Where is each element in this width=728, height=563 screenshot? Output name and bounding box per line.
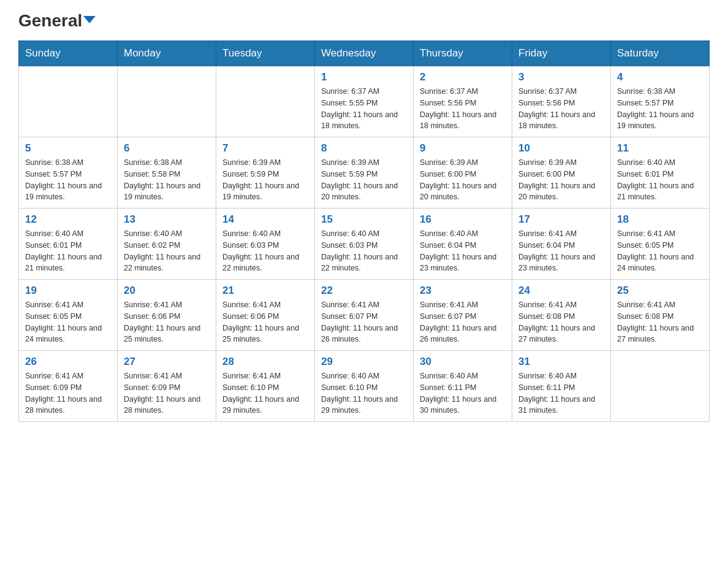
day-info: Sunrise: 6:39 AM Sunset: 6:00 PM Dayligh… xyxy=(518,157,604,203)
day-number: 4 xyxy=(617,71,703,83)
day-number: 8 xyxy=(321,142,407,155)
column-header-tuesday: Tuesday xyxy=(216,41,315,66)
day-info: Sunrise: 6:40 AM Sunset: 6:11 PM Dayligh… xyxy=(420,370,506,416)
calendar-cell: 3 Sunrise: 6:37 AM Sunset: 5:56 PM Dayli… xyxy=(512,66,611,137)
calendar-table: SundayMondayTuesdayWednesdayThursdayFrid… xyxy=(18,40,710,422)
calendar-cell: 21 Sunrise: 6:41 AM Sunset: 6:06 PM Dayl… xyxy=(216,280,315,351)
week-row-5: 26 Sunrise: 6:41 AM Sunset: 6:09 PM Dayl… xyxy=(19,351,710,422)
calendar-cell: 15 Sunrise: 6:40 AM Sunset: 6:03 PM Dayl… xyxy=(315,209,414,280)
day-info: Sunrise: 6:38 AM Sunset: 5:57 PM Dayligh… xyxy=(617,86,703,132)
day-number: 17 xyxy=(518,213,604,226)
calendar-cell: 22 Sunrise: 6:41 AM Sunset: 6:07 PM Dayl… xyxy=(315,280,414,351)
day-info: Sunrise: 6:41 AM Sunset: 6:07 PM Dayligh… xyxy=(321,299,407,345)
calendar-cell: 17 Sunrise: 6:41 AM Sunset: 6:04 PM Dayl… xyxy=(512,209,611,280)
day-info: Sunrise: 6:37 AM Sunset: 5:56 PM Dayligh… xyxy=(518,86,604,132)
calendar-cell: 24 Sunrise: 6:41 AM Sunset: 6:08 PM Dayl… xyxy=(512,280,611,351)
day-number: 31 xyxy=(518,356,604,368)
day-info: Sunrise: 6:40 AM Sunset: 6:10 PM Dayligh… xyxy=(321,370,407,416)
calendar-cell xyxy=(216,66,315,137)
day-number: 12 xyxy=(25,213,111,226)
week-row-4: 19 Sunrise: 6:41 AM Sunset: 6:05 PM Dayl… xyxy=(19,280,710,351)
column-header-thursday: Thursday xyxy=(414,41,512,66)
day-number: 25 xyxy=(617,285,703,297)
calendar-cell: 29 Sunrise: 6:40 AM Sunset: 6:10 PM Dayl… xyxy=(315,351,414,422)
day-info: Sunrise: 6:40 AM Sunset: 6:02 PM Dayligh… xyxy=(124,228,210,274)
day-info: Sunrise: 6:41 AM Sunset: 6:06 PM Dayligh… xyxy=(124,299,210,345)
calendar-cell: 13 Sunrise: 6:40 AM Sunset: 6:02 PM Dayl… xyxy=(118,209,216,280)
day-info: Sunrise: 6:41 AM Sunset: 6:07 PM Dayligh… xyxy=(420,299,506,345)
day-number: 20 xyxy=(124,285,210,297)
calendar-cell xyxy=(611,351,710,422)
calendar-cell: 11 Sunrise: 6:40 AM Sunset: 6:01 PM Dayl… xyxy=(611,137,710,209)
day-number: 23 xyxy=(420,285,506,297)
day-info: Sunrise: 6:40 AM Sunset: 6:04 PM Dayligh… xyxy=(420,228,506,274)
calendar-cell: 23 Sunrise: 6:41 AM Sunset: 6:07 PM Dayl… xyxy=(414,280,512,351)
day-number: 28 xyxy=(222,356,308,368)
day-number: 6 xyxy=(124,142,210,155)
calendar-cell: 9 Sunrise: 6:39 AM Sunset: 6:00 PM Dayli… xyxy=(414,137,512,209)
day-info: Sunrise: 6:40 AM Sunset: 6:03 PM Dayligh… xyxy=(321,228,407,274)
day-number: 11 xyxy=(617,142,703,155)
week-row-2: 5 Sunrise: 6:38 AM Sunset: 5:57 PM Dayli… xyxy=(19,137,710,209)
column-header-sunday: Sunday xyxy=(19,41,118,66)
day-info: Sunrise: 6:40 AM Sunset: 6:03 PM Dayligh… xyxy=(222,228,308,274)
calendar-cell xyxy=(19,66,118,137)
day-info: Sunrise: 6:41 AM Sunset: 6:06 PM Dayligh… xyxy=(222,299,308,345)
day-number: 15 xyxy=(321,213,407,226)
calendar-cell: 12 Sunrise: 6:40 AM Sunset: 6:01 PM Dayl… xyxy=(19,209,118,280)
day-number: 27 xyxy=(124,356,210,368)
day-number: 10 xyxy=(518,142,604,155)
day-info: Sunrise: 6:40 AM Sunset: 6:11 PM Dayligh… xyxy=(518,370,604,416)
calendar-cell: 30 Sunrise: 6:40 AM Sunset: 6:11 PM Dayl… xyxy=(414,351,512,422)
day-info: Sunrise: 6:37 AM Sunset: 5:55 PM Dayligh… xyxy=(321,86,407,132)
day-info: Sunrise: 6:41 AM Sunset: 6:04 PM Dayligh… xyxy=(518,228,604,274)
day-number: 14 xyxy=(222,213,308,226)
day-number: 1 xyxy=(321,71,407,83)
week-row-1: 1 Sunrise: 6:37 AM Sunset: 5:55 PM Dayli… xyxy=(19,66,710,137)
calendar-cell: 2 Sunrise: 6:37 AM Sunset: 5:56 PM Dayli… xyxy=(414,66,512,137)
day-number: 22 xyxy=(321,285,407,297)
calendar-cell: 20 Sunrise: 6:41 AM Sunset: 6:06 PM Dayl… xyxy=(118,280,216,351)
calendar-cell: 31 Sunrise: 6:40 AM Sunset: 6:11 PM Dayl… xyxy=(512,351,611,422)
logo-triangle-icon xyxy=(83,16,96,23)
week-row-3: 12 Sunrise: 6:40 AM Sunset: 6:01 PM Dayl… xyxy=(19,209,710,280)
calendar-cell: 4 Sunrise: 6:38 AM Sunset: 5:57 PM Dayli… xyxy=(611,66,710,137)
calendar-cell: 8 Sunrise: 6:39 AM Sunset: 5:59 PM Dayli… xyxy=(315,137,414,209)
day-info: Sunrise: 6:39 AM Sunset: 5:59 PM Dayligh… xyxy=(222,157,308,203)
day-number: 30 xyxy=(420,356,506,368)
day-number: 16 xyxy=(420,213,506,226)
day-info: Sunrise: 6:39 AM Sunset: 5:59 PM Dayligh… xyxy=(321,157,407,203)
column-header-monday: Monday xyxy=(118,41,216,66)
calendar-cell: 19 Sunrise: 6:41 AM Sunset: 6:05 PM Dayl… xyxy=(19,280,118,351)
column-header-wednesday: Wednesday xyxy=(315,41,414,66)
day-number: 24 xyxy=(518,285,604,297)
calendar-cell xyxy=(118,66,216,137)
day-number: 2 xyxy=(420,71,506,83)
day-number: 5 xyxy=(25,142,111,155)
day-info: Sunrise: 6:40 AM Sunset: 6:01 PM Dayligh… xyxy=(25,228,111,274)
calendar-cell: 25 Sunrise: 6:41 AM Sunset: 6:08 PM Dayl… xyxy=(611,280,710,351)
day-info: Sunrise: 6:41 AM Sunset: 6:09 PM Dayligh… xyxy=(25,370,111,416)
calendar-cell: 14 Sunrise: 6:40 AM Sunset: 6:03 PM Dayl… xyxy=(216,209,315,280)
day-number: 21 xyxy=(222,285,308,297)
day-number: 3 xyxy=(518,71,604,83)
calendar-cell: 6 Sunrise: 6:38 AM Sunset: 5:58 PM Dayli… xyxy=(118,137,216,209)
calendar-cell: 7 Sunrise: 6:39 AM Sunset: 5:59 PM Dayli… xyxy=(216,137,315,209)
calendar-cell: 1 Sunrise: 6:37 AM Sunset: 5:55 PM Dayli… xyxy=(315,66,414,137)
calendar-cell: 10 Sunrise: 6:39 AM Sunset: 6:00 PM Dayl… xyxy=(512,137,611,209)
day-info: Sunrise: 6:41 AM Sunset: 6:05 PM Dayligh… xyxy=(25,299,111,345)
calendar-cell: 26 Sunrise: 6:41 AM Sunset: 6:09 PM Dayl… xyxy=(19,351,118,422)
day-number: 29 xyxy=(321,356,407,368)
column-header-saturday: Saturday xyxy=(611,41,710,66)
calendar-header-row: SundayMondayTuesdayWednesdayThursdayFrid… xyxy=(19,41,710,66)
day-number: 7 xyxy=(222,142,308,155)
day-info: Sunrise: 6:40 AM Sunset: 6:01 PM Dayligh… xyxy=(617,157,703,203)
logo: General xyxy=(18,12,96,28)
day-info: Sunrise: 6:41 AM Sunset: 6:08 PM Dayligh… xyxy=(617,299,703,345)
day-info: Sunrise: 6:39 AM Sunset: 6:00 PM Dayligh… xyxy=(420,157,506,203)
calendar-cell: 5 Sunrise: 6:38 AM Sunset: 5:57 PM Dayli… xyxy=(19,137,118,209)
calendar-cell: 18 Sunrise: 6:41 AM Sunset: 6:05 PM Dayl… xyxy=(611,209,710,280)
column-header-friday: Friday xyxy=(512,41,611,66)
calendar-cell: 28 Sunrise: 6:41 AM Sunset: 6:10 PM Dayl… xyxy=(216,351,315,422)
day-info: Sunrise: 6:38 AM Sunset: 5:58 PM Dayligh… xyxy=(124,157,210,203)
